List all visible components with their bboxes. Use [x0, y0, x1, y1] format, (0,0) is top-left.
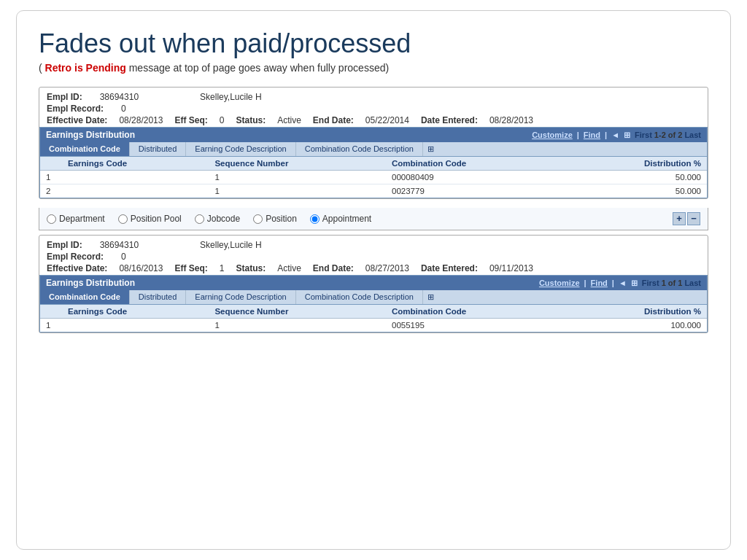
tab-distributed-1[interactable]: Distributed: [130, 142, 187, 156]
table-header-row-2: Earnings Code Sequence Number Combinatio…: [40, 305, 707, 319]
empl-id-label-2: Empl ID:: [47, 240, 82, 250]
eff-seq-value-1: 0: [220, 115, 225, 125]
empl-record-value-1: 0: [121, 104, 126, 114]
combination-code-cell: 0055195: [386, 319, 565, 332]
last-link-1[interactable]: Last: [684, 131, 701, 139]
last-link-2[interactable]: Last: [684, 279, 701, 287]
empl-id-value-1: 38694310: [100, 92, 139, 102]
radio-appointment-input[interactable]: [310, 214, 320, 224]
record-section-1: Empl ID: 38694310 Skelley,Lucile H Empl …: [39, 87, 708, 199]
pagination-2: 1 of 1: [662, 279, 683, 287]
radio-department[interactable]: Department: [47, 214, 105, 224]
dist-table-1: Earnings Code Sequence Number Combinatio…: [40, 157, 707, 198]
radio-position-input[interactable]: [253, 214, 263, 224]
grid-icon-1[interactable]: ⊞: [624, 131, 630, 140]
radio-dept-input[interactable]: [47, 214, 56, 224]
tab-combination-code-1[interactable]: Combination Code: [40, 142, 130, 156]
tab-combination-code-desc-2[interactable]: Combination Code Description: [296, 290, 423, 304]
tab-combination-code-desc-1[interactable]: Combination Code Description: [296, 142, 423, 156]
slide-title: Fades out when paid/processed: [39, 28, 708, 59]
radio-pospool-label: Position Pool: [131, 214, 182, 224]
date-entered-value-1: 08/28/2013: [489, 115, 533, 125]
col-rownum-2: [40, 305, 62, 319]
tab-earning-code-desc-2[interactable]: Earning Code Description: [186, 290, 295, 304]
record1-row1: Empl ID: 38694310 Skelley,Lucile H: [47, 92, 700, 102]
eff-seq-label-2: Eff Seq:: [174, 263, 207, 273]
sequence-number-cell: 1: [209, 171, 386, 184]
customize-link-2[interactable]: Customize: [539, 279, 580, 287]
sequence-number-cell: 1: [209, 319, 386, 332]
eff-seq-value-2: 1: [220, 263, 225, 273]
tab-icon-2[interactable]: ⊞: [423, 290, 438, 304]
subtitle-suffix: message at top of page goes away when fu…: [129, 62, 389, 74]
col-sequence-number-2: Sequence Number: [209, 305, 386, 319]
first-link-2[interactable]: First: [642, 279, 659, 287]
grid-icon-2[interactable]: ⊞: [631, 279, 638, 288]
radio-appointment[interactable]: Appointment: [310, 214, 371, 224]
empl-id-label-1: Empl ID:: [47, 92, 82, 102]
end-date-label-1: End Date:: [313, 115, 354, 125]
record1-row2: Empl Record: 0: [47, 104, 700, 114]
row-num: 2: [40, 184, 62, 198]
distribution-pct-cell: 50.000: [565, 171, 707, 184]
eff-date-value-2: 08/16/2013: [119, 263, 163, 273]
pagination-1: 1-2 of 2: [654, 131, 683, 139]
end-date-value-2: 08/27/2013: [365, 263, 409, 273]
earnings-code-cell: [62, 319, 209, 332]
tab-combination-code-2[interactable]: Combination Code: [40, 290, 130, 304]
status-label-2: Status:: [236, 263, 266, 273]
radio-dept-label: Department: [59, 214, 105, 224]
empl-id-value-2: 38694310: [100, 240, 139, 250]
empl-record-label-2: Empl Record:: [47, 252, 104, 262]
earnings-dist-title-1: Earnings Distribution: [46, 130, 135, 140]
slide-subtitle: ( Retro is Pending message at top of pag…: [39, 62, 708, 74]
earnings-dist-title-2: Earnings Distribution: [46, 278, 135, 288]
combination-code-cell: 0023779: [386, 184, 565, 198]
radio-jobcode[interactable]: Jobcode: [195, 214, 240, 224]
eff-date-value-1: 08/28/2013: [119, 115, 163, 125]
radio-pospool-input[interactable]: [118, 214, 128, 224]
table-row: 1 1 0055195 100.000: [40, 319, 707, 332]
date-entered-label-1: Date Entered:: [421, 115, 478, 125]
radio-jobcode-label: Jobcode: [207, 214, 240, 224]
eff-date-label-1: Effective Date:: [47, 115, 107, 125]
radio-position-label: Position: [266, 214, 297, 224]
tab-distributed-2[interactable]: Distributed: [130, 290, 187, 304]
table-header-row-1: Earnings Code Sequence Number Combinatio…: [40, 157, 707, 171]
status-value-2: Active: [277, 263, 301, 273]
table-row: 1 1 000080409 50.000: [40, 171, 707, 184]
earnings-dist-header-2: Earnings Distribution Customize | Find |…: [40, 276, 707, 290]
distribution-pct-cell: 100.000: [565, 319, 707, 332]
subtitle-prefix: (: [39, 62, 42, 74]
nav-controls-1: First 1-2 of 2 Last: [635, 131, 701, 139]
plus-button[interactable]: +: [673, 212, 686, 225]
nav-icon-1[interactable]: ◄: [611, 131, 619, 139]
col-combination-code-1: Combination Code: [386, 157, 565, 171]
find-link-2[interactable]: Find: [591, 279, 608, 287]
record-section-2: Empl ID: 38694310 Skelley,Lucile H Empl …: [39, 235, 708, 333]
earnings-code-cell: [62, 184, 209, 198]
record2-row1: Empl ID: 38694310 Skelley,Lucile H: [47, 240, 700, 250]
tab-icon-1[interactable]: ⊞: [423, 142, 438, 156]
dist-table-2: Earnings Code Sequence Number Combinatio…: [40, 305, 707, 332]
col-earnings-code-1: Earnings Code: [62, 157, 209, 171]
empl-record-value-2: 0: [121, 252, 126, 262]
status-label-1: Status:: [236, 115, 266, 125]
earnings-code-cell: [62, 171, 209, 184]
tabs-row-2: Combination Code Distributed Earning Cod…: [40, 290, 707, 305]
radio-jobcode-input[interactable]: [195, 214, 204, 224]
find-link-1[interactable]: Find: [584, 131, 600, 139]
col-combination-code-2: Combination Code: [386, 305, 565, 319]
nav-icon-2[interactable]: ◄: [619, 279, 627, 287]
distribution-pct-cell: 50.000: [565, 184, 707, 198]
earnings-dist-1: Earnings Distribution Customize | Find |…: [39, 127, 708, 198]
date-entered-value-2: 09/11/2013: [489, 263, 533, 273]
radio-position-pool[interactable]: Position Pool: [118, 214, 182, 224]
earnings-dist-header-1: Earnings Distribution Customize | Find |…: [40, 128, 707, 142]
tab-earning-code-desc-1[interactable]: Earning Code Description: [186, 142, 295, 156]
end-date-label-2: End Date:: [313, 263, 354, 273]
first-link-1[interactable]: First: [635, 131, 652, 139]
minus-button[interactable]: −: [687, 212, 700, 225]
customize-link-1[interactable]: Customize: [532, 131, 573, 139]
radio-position[interactable]: Position: [253, 214, 297, 224]
